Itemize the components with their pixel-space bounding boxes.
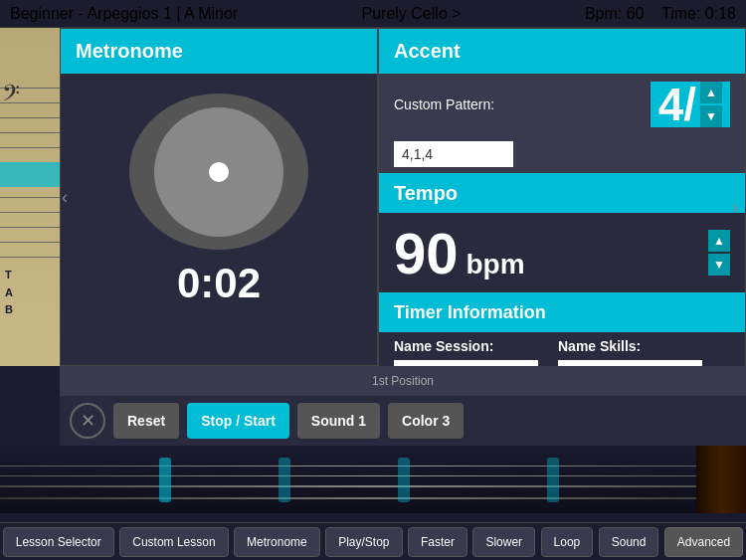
color-button[interactable]: Color 3 [388,403,464,439]
finger-mark-3 [398,458,410,502]
pattern-up-button[interactable]: ▲ [700,82,722,103]
tempo-value: 90 [394,220,459,286]
string-3 [0,485,746,487]
name-session-label: Name Session: [394,338,538,354]
note-text: TAB [5,267,13,319]
custom-pattern-row: Custom Pattern: 4/ ▲ ▼ [379,74,745,135]
staff-line [0,257,60,258]
controls-bar: ✕ Reset Stop / Start Sound 1 Color 3 [60,396,746,446]
staff-line [0,242,60,243]
metronome-circle-inner [154,107,283,237]
accent-section: Accent [379,29,745,74]
pattern-display: 4/ ▲ ▼ [651,82,730,127]
pattern-down-button[interactable]: ▼ [700,105,722,127]
tempo-section: Tempo [379,173,745,213]
staff-line [0,147,60,148]
tempo-down-button[interactable]: ▼ [708,254,730,276]
timer-info-title: Timer Information [394,302,546,323]
play-stop-button[interactable]: Play/Stop [325,527,402,557]
finger-mark-2 [279,458,290,502]
loop-button[interactable]: Loop [541,527,594,557]
accent-title: Accent [394,40,461,63]
staff-line [0,117,60,118]
slower-button[interactable]: Slower [472,527,535,557]
tempo-display-row: 90 bpm ▲ ▼ [379,213,745,292]
finger-mark-1 [159,458,171,502]
right-panel: Accent Custom Pattern: 4/ ▲ ▼ Tempo 90 [378,28,746,366]
position-highlight [0,162,60,187]
tempo-unit: bpm [466,249,525,280]
right-nav-arrow[interactable]: › [732,197,738,218]
string-1 [0,466,746,467]
top-bar: Beginner - Arpeggios 1 | A Minor Purely … [0,0,746,28]
top-bar-left: Beginner - Arpeggios 1 | A Minor [10,5,238,23]
metronome-title: Metronome [61,29,377,74]
time-display: Time: 0:18 [661,5,736,22]
left-nav-arrow[interactable]: ‹ [62,187,68,208]
staff-line [0,132,60,133]
sound-button[interactable]: Sound 1 [297,403,380,439]
tempo-value-group: 90 bpm [394,220,525,286]
tempo-up-button[interactable]: ▲ [708,230,730,252]
top-bar-right: Bpm: 60 Time: 0:18 [585,5,736,23]
sheet-display: 𝄢 TAB [0,28,60,366]
metronome-circle-outer [129,93,308,250]
custom-pattern-label: Custom Pattern: [394,96,641,112]
metronome-time-display: 0:02 [177,260,261,307]
position-bar: 1st Position [60,366,746,396]
custom-lesson-button[interactable]: Custom Lesson [119,527,228,557]
advanced-button[interactable]: Advanced [664,527,743,557]
faster-button[interactable]: Faster [408,527,467,557]
pattern-input[interactable] [394,141,513,167]
metronome-button[interactable]: Metronome [234,527,320,557]
bpm-display: Bpm: 60 [585,5,645,22]
timer-info-section: Timer Information [379,292,745,332]
pattern-arrows: ▲ ▼ [700,82,722,127]
position-text: 1st Position [372,374,434,388]
metronome-display: 0:02 [61,74,377,327]
stop-start-button[interactable]: Stop / Start [187,403,289,439]
staff-line [0,212,60,213]
tempo-title: Tempo [394,182,458,205]
main-area: 𝄢 TAB A D G C Metronome 0:02 [0,28,746,515]
top-bar-center: Purely Cello > [362,5,462,23]
sound-toolbar-button[interactable]: Sound [599,527,659,557]
metronome-dot [209,162,229,182]
string-2 [0,475,746,476]
metronome-panel: Metronome 0:02 [60,28,378,366]
staff-line [0,227,60,228]
lesson-selector-button[interactable]: Lesson Selector [3,527,114,557]
close-button[interactable]: ✕ [70,403,105,439]
bottom-toolbar: Lesson Selector Custom Lesson Metronome … [0,522,746,560]
timer-labels-row: Name Session: Name Skills: [379,332,745,356]
cello-neck [696,446,746,513]
bass-clef: 𝄢 [2,83,20,110]
staff-line [0,197,60,198]
tempo-arrows: ▲ ▼ [708,230,730,276]
finger-mark-4 [547,458,559,502]
pattern-value: 4/ [658,82,696,127]
reset-button[interactable]: Reset [113,403,179,439]
name-skills-label: Name Skills: [558,338,702,354]
pattern-input-row [379,135,745,173]
string-4 [0,497,746,499]
strings-area [0,446,746,513]
